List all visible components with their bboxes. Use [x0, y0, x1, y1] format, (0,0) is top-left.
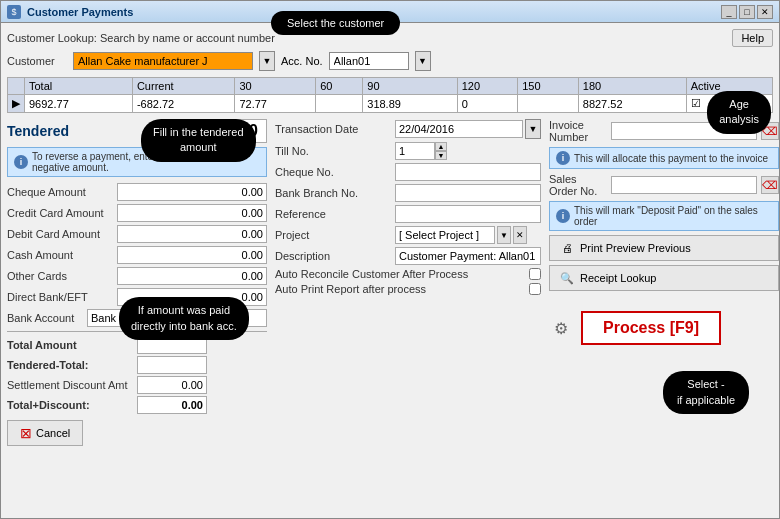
tendered-total-label: Tendered-Total: [7, 359, 137, 371]
title-bar-buttons: _ □ ✕ [721, 5, 773, 19]
invoice-number-input[interactable] [611, 122, 757, 140]
auto-reconcile-label: Auto Reconcile Customer After Process [275, 268, 525, 280]
customer-input[interactable] [73, 52, 253, 70]
spinner-buttons: ▲ ▼ [435, 142, 447, 160]
allocate-info-bar: i This will allocate this payment to the… [549, 147, 779, 169]
deposit-info-bar: i This will mark "Deposit Paid" on the s… [549, 201, 779, 231]
lookup-label: Customer Lookup: Search by name or accou… [7, 32, 275, 44]
bank-branch-input[interactable] [395, 184, 541, 202]
receipt-icon: 🔍 [558, 269, 576, 287]
print-preview-label: Print Preview Previous [580, 242, 691, 254]
bank-account-input[interactable] [87, 309, 267, 327]
reference-input[interactable] [395, 205, 541, 223]
age-current-cell: -682.72 [132, 95, 234, 113]
settlement-input[interactable] [137, 376, 207, 394]
close-button[interactable]: ✕ [757, 5, 773, 19]
help-button[interactable]: Help [732, 29, 773, 47]
total-discount-label: Total+Discount: [7, 399, 137, 411]
invoice-number-label: Invoice Number [549, 119, 607, 143]
reference-row: Reference [275, 205, 541, 223]
till-no-row: Till No. ▲ ▼ [275, 142, 541, 160]
bank-branch-row: Bank Branch No. [275, 184, 541, 202]
age-arrow-cell: ▶ [8, 95, 25, 113]
age-120-cell: 0 [457, 95, 518, 113]
age-active-header: Active [686, 78, 772, 95]
cancel-button[interactable]: ⊠ Cancel [7, 420, 83, 446]
debit-card-input[interactable] [117, 225, 267, 243]
invoice-clear-button[interactable]: ⌫ [761, 122, 779, 140]
bank-account-label: Bank Account [7, 312, 87, 324]
age-30-header: 30 [235, 78, 316, 95]
cheque-no-input[interactable] [395, 163, 541, 181]
acc-dropdown-button[interactable]: ▼ [415, 51, 431, 71]
cheque-amount-row: Cheque Amount [7, 183, 267, 201]
other-cards-label: Other Cards [7, 270, 117, 282]
tendered-total-row: Tendered-Total: [7, 356, 267, 374]
project-input[interactable] [395, 226, 495, 244]
main-body: Tendered 0.00 i To reverse a payment, en… [7, 119, 773, 446]
description-label: Description [275, 250, 395, 262]
till-no-input[interactable] [395, 142, 435, 160]
age-150-cell [518, 95, 579, 113]
bank-branch-label: Bank Branch No. [275, 187, 395, 199]
till-no-label: Till No. [275, 145, 395, 157]
auto-reconcile-checkbox[interactable] [529, 268, 541, 280]
window-title: Customer Payments [27, 6, 721, 18]
deposit-info-text: This will mark "Deposit Paid" on the sal… [574, 205, 772, 227]
allocate-info-icon: i [556, 151, 570, 165]
project-label: Project [275, 229, 395, 241]
print-preview-button[interactable]: 🖨 Print Preview Previous [549, 235, 779, 261]
customer-row: Customer ▼ Acc. No. ▼ [7, 51, 773, 71]
print-icon: 🖨 [558, 239, 576, 257]
invoice-number-row: Invoice Number ⌫ [549, 119, 779, 143]
total-discount-input[interactable] [137, 396, 207, 414]
credit-card-row: Credit Card Amount [7, 204, 267, 222]
credit-card-input[interactable] [117, 204, 267, 222]
age-180-cell: 8827.52 [578, 95, 686, 113]
cash-amount-input[interactable] [117, 246, 267, 264]
auto-print-checkbox[interactable] [529, 283, 541, 295]
age-120-header: 120 [457, 78, 518, 95]
date-dropdown-button[interactable]: ▼ [525, 119, 541, 139]
tendered-header: Tendered 0.00 [7, 119, 267, 143]
customer-label: Customer [7, 55, 67, 67]
allocate-info-text: This will allocate this payment to the i… [574, 153, 768, 164]
cancel-label: Cancel [36, 427, 70, 439]
sales-order-input[interactable] [611, 176, 757, 194]
minimize-button[interactable]: _ [721, 5, 737, 19]
other-cards-input[interactable] [117, 267, 267, 285]
direct-bank-input[interactable] [117, 288, 267, 306]
process-row: ⚙ Process [F9] [549, 311, 779, 345]
title-bar: $ Customer Payments _ □ ✕ [1, 1, 779, 23]
receipt-lookup-button[interactable]: 🔍 Receipt Lookup [549, 265, 779, 291]
customer-dropdown-button[interactable]: ▼ [259, 51, 275, 71]
age-data-row: ▶ 9692.77 -682.72 72.77 318.89 0 8827.52… [8, 95, 773, 113]
deposit-info-icon: i [556, 209, 570, 223]
total-amount-input[interactable] [137, 336, 207, 354]
spinner-up-button[interactable]: ▲ [435, 142, 447, 151]
cheque-amount-input[interactable] [117, 183, 267, 201]
app-icon: $ [7, 5, 21, 19]
debit-card-row: Debit Card Amount [7, 225, 267, 243]
other-cards-row: Other Cards [7, 267, 267, 285]
project-dropdown-button[interactable]: ▼ [497, 226, 511, 244]
total-amount-row: Total Amount [7, 336, 267, 354]
bank-account-row: Bank Account [7, 309, 267, 327]
tendered-total-input[interactable] [137, 356, 207, 374]
age-current-header: Current [132, 78, 234, 95]
process-button[interactable]: Process [F9] [581, 311, 721, 345]
settings-icon: ⚙ [549, 316, 573, 340]
sales-order-clear-button[interactable]: ⌫ [761, 176, 779, 194]
debit-card-label: Debit Card Amount [7, 228, 117, 240]
cheque-no-label: Cheque No. [275, 166, 395, 178]
cheque-no-row: Cheque No. [275, 163, 541, 181]
cash-amount-label: Cash Amount [7, 249, 117, 261]
direct-bank-row: Direct Bank/EFT [7, 288, 267, 306]
acc-no-input[interactable] [329, 52, 409, 70]
description-input[interactable] [395, 247, 541, 265]
maximize-button[interactable]: □ [739, 5, 755, 19]
spinner-down-button[interactable]: ▼ [435, 151, 447, 160]
project-clear-button[interactable]: ✕ [513, 226, 527, 244]
left-panel: Tendered 0.00 i To reverse a payment, en… [7, 119, 267, 446]
transaction-date-input[interactable] [395, 120, 523, 138]
